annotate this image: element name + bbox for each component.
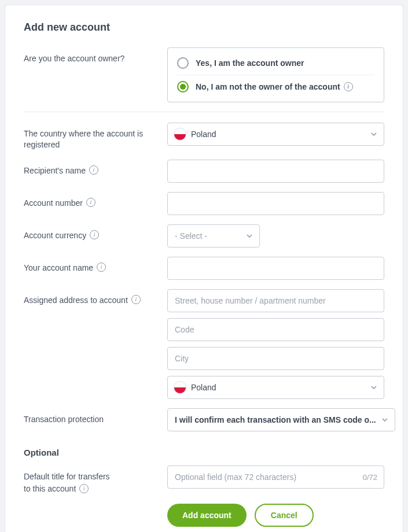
cancel-button[interactable]: Cancel	[255, 504, 314, 527]
protection-select[interactable]: I will confirm each transaction with an …	[167, 408, 395, 431]
address-code-input[interactable]	[167, 318, 384, 341]
row-currency: Account currency - Select -	[24, 224, 384, 247]
radio-icon-yes	[177, 57, 189, 69]
row-default-title: Default title for transfers to this acco…	[24, 466, 384, 494]
label-address: Assigned address to account	[24, 289, 167, 306]
your-account-name-input[interactable]	[167, 257, 384, 280]
row-account-number: Account number	[24, 192, 384, 215]
row-country: The country where the account is registe…	[24, 123, 384, 150]
label-owner: Are you the account owner?	[24, 47, 167, 64]
label-country: The country where the account is registe…	[24, 123, 167, 150]
info-icon[interactable]	[344, 82, 353, 91]
owner-option-yes[interactable]: Yes, I am the account owner	[177, 51, 374, 75]
info-icon[interactable]	[86, 198, 95, 207]
row-owner: Are you the account owner? Yes, I am the…	[24, 47, 384, 102]
label-protection: Transaction protection	[24, 408, 167, 425]
label-default-title: Default title for transfers to this acco…	[24, 466, 167, 494]
row-recipient: Recipient's name	[24, 160, 384, 183]
owner-radio-group: Yes, I am the account owner No, I am not…	[167, 47, 384, 102]
flag-poland-icon	[174, 381, 186, 394]
address-city-input[interactable]	[167, 347, 384, 370]
divider	[24, 112, 384, 112]
address-street-input[interactable]	[167, 289, 384, 312]
info-icon[interactable]	[89, 165, 98, 175]
recipient-name-input[interactable]	[167, 160, 384, 183]
radio-icon-no	[177, 81, 189, 93]
currency-select[interactable]: - Select -	[167, 224, 260, 247]
info-icon[interactable]	[90, 230, 99, 239]
row-protection: Transaction protection I will confirm ea…	[24, 408, 384, 431]
label-account-number: Account number	[24, 192, 167, 209]
page-title: Add new account	[24, 21, 384, 34]
row-address: Assigned address to account Poland	[24, 289, 384, 399]
info-icon[interactable]	[97, 263, 106, 272]
info-icon[interactable]	[131, 295, 141, 304]
add-account-card: Add new account Are you the account owne…	[5, 5, 403, 532]
info-icon[interactable]	[79, 484, 89, 493]
label-your-name: Your account name	[24, 257, 167, 274]
address-country-select[interactable]: Poland	[167, 376, 384, 399]
account-number-input[interactable]	[167, 192, 384, 215]
optional-heading: Optional	[24, 448, 384, 457]
owner-option-no[interactable]: No, I am not the owner of the account	[177, 75, 374, 98]
add-account-button[interactable]: Add account	[167, 504, 247, 527]
flag-poland-icon	[174, 128, 186, 141]
row-your-name: Your account name	[24, 257, 384, 280]
actions: Add account Cancel	[167, 504, 384, 527]
default-title-input[interactable]	[167, 466, 384, 489]
label-recipient: Recipient's name	[24, 160, 167, 176]
country-select[interactable]: Poland	[167, 123, 384, 146]
label-currency: Account currency	[24, 224, 167, 241]
